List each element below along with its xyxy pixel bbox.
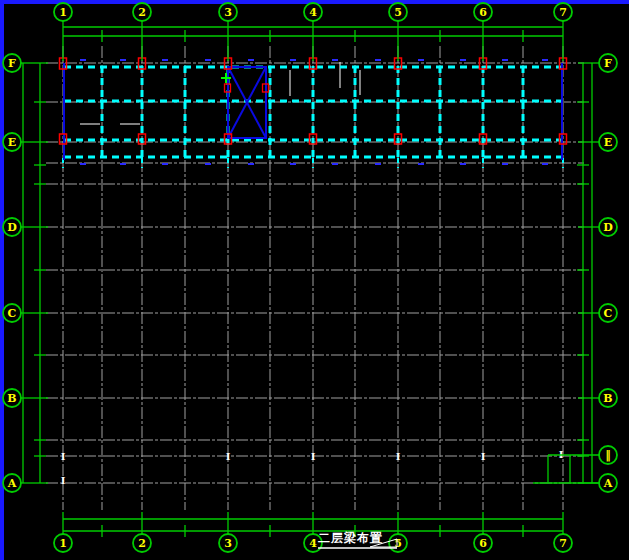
svg-text:F: F [8, 57, 16, 70]
svg-text:I: I [311, 451, 316, 462]
axis-bubble-top-7: 7 [554, 3, 572, 21]
structural-grid-lines [46, 46, 584, 510]
svg-text:4: 4 [309, 6, 317, 19]
svg-text:I: I [481, 451, 486, 462]
svg-text:2: 2 [138, 6, 146, 19]
svg-text:3: 3 [224, 537, 232, 550]
steel-column-symbols: IIIIIII [61, 449, 564, 486]
svg-text:A: A [603, 477, 613, 490]
svg-text:B: B [603, 392, 612, 405]
cad-canvas[interactable]: IIIIIII12345671234567FEDCBAFEDCB‖A [0, 0, 629, 560]
axis-bubble-left-F: F [3, 54, 21, 72]
svg-text:5: 5 [394, 6, 402, 19]
svg-text:1: 1 [59, 537, 67, 550]
svg-text:7: 7 [559, 6, 567, 19]
svg-text:‖: ‖ [605, 449, 611, 462]
axis-bubble-top-5: 5 [389, 3, 407, 21]
axis-bubble-left-D: D [3, 218, 21, 236]
axis-bubble-right-0: F [599, 54, 617, 72]
axis-bubble-bottom-7: 7 [554, 534, 572, 552]
axis-bubble-top-6: 6 [474, 3, 492, 21]
svg-text:6: 6 [479, 537, 487, 550]
axis-bubble-left-C: C [3, 304, 21, 322]
svg-text:3: 3 [224, 6, 232, 19]
axis-bubble-top-3: 3 [219, 3, 237, 21]
svg-text:B: B [7, 392, 16, 405]
svg-text:7: 7 [559, 537, 567, 550]
svg-text:2: 2 [138, 537, 146, 550]
svg-text:D: D [7, 221, 17, 234]
svg-text:E: E [8, 136, 16, 149]
axis-bubble-left-A: A [3, 474, 21, 492]
svg-text:C: C [8, 307, 17, 320]
axis-bubble-left-E: E [3, 133, 21, 151]
svg-text:E: E [604, 136, 612, 149]
svg-text:F: F [604, 57, 612, 70]
axis-bubble-top-4: 4 [304, 3, 322, 21]
axis-bubble-bottom-3: 3 [219, 534, 237, 552]
svg-text:I: I [61, 451, 66, 462]
beam-lines [63, 63, 563, 168]
axis-bubble-left-B: B [3, 389, 21, 407]
axis-bubble-top-1: 1 [54, 3, 72, 21]
svg-text:I: I [559, 449, 564, 460]
svg-text:1: 1 [59, 6, 67, 19]
axis-bubble-top-2: 2 [133, 3, 151, 21]
svg-text:6: 6 [479, 6, 487, 19]
svg-text:D: D [603, 221, 613, 234]
connection-dashes [80, 60, 548, 164]
axis-bubble-bottom-2: 2 [133, 534, 151, 552]
svg-text:I: I [396, 451, 401, 462]
drawing-title: 二层梁布置 [318, 530, 383, 547]
svg-text:4: 4 [309, 537, 317, 550]
axis-bubble-bottom-6: 6 [474, 534, 492, 552]
svg-text:C: C [604, 307, 613, 320]
axis-bubble-bottom-5: 5 [389, 534, 407, 552]
axis-bubbles: 12345671234567FEDCBAFEDCB‖A [3, 3, 617, 552]
axis-bubble-right-1: E [599, 133, 617, 151]
cad-viewport[interactable]: IIIIIII12345671234567FEDCBAFEDCB‖A 二层梁布置 [0, 0, 629, 560]
svg-text:I: I [61, 475, 66, 486]
axis-bubble-right-2: D [599, 218, 617, 236]
svg-text:A: A [7, 477, 17, 490]
axis-bubble-right-5: ‖ [599, 446, 617, 464]
axis-bubble-right-4: B [599, 389, 617, 407]
axis-bubble-bottom-1: 1 [54, 534, 72, 552]
axis-bubble-right-3: C [599, 304, 617, 322]
axis-bubble-right-6: A [599, 474, 617, 492]
svg-text:I: I [226, 451, 231, 462]
